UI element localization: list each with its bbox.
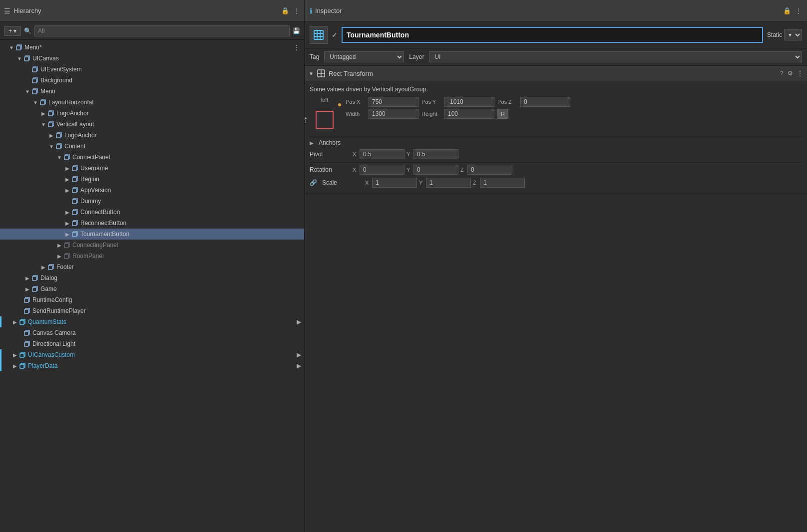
right-arrow-playerdata[interactable]: ▶: [297, 362, 304, 369]
arrow-menu[interactable]: ▼: [8, 45, 15, 50]
blue-bar-playerdata: [0, 360, 1, 371]
arrow-uicanvas[interactable]: ▼: [16, 56, 23, 61]
right-arrow-uicanvascustom[interactable]: ▶: [297, 351, 304, 358]
static-dropdown[interactable]: ▾: [784, 29, 802, 40]
rect-transform-header[interactable]: ▼ Rect Transform ? ⚙ ⋮: [305, 66, 807, 81]
pivot-y-input[interactable]: [413, 149, 458, 159]
arrow-username[interactable]: ▶: [64, 166, 71, 171]
r-button[interactable]: R: [497, 109, 508, 119]
rotation-y-input[interactable]: [413, 165, 458, 175]
rotation-z-input[interactable]: [467, 165, 512, 175]
tree-item-footer[interactable]: ▶ Footer: [0, 262, 304, 272]
gameobject-header: ✓ Static ▾: [305, 22, 807, 48]
right-arrow-quantumstats[interactable]: ▶: [297, 318, 304, 325]
tree-item-sendruntimeplayer[interactable]: SendRuntimePlayer: [0, 305, 304, 316]
rotation-z-label: Z: [460, 167, 466, 173]
tree-item-playerdata[interactable]: ▶ PlayerData▶: [0, 360, 304, 371]
rt-box-container[interactable]: top: [310, 105, 340, 135]
arrow-reconnectbutton[interactable]: ▶: [64, 221, 71, 226]
overflow-icon[interactable]: ⋮: [797, 70, 803, 77]
tree-item-game[interactable]: ▶ Game: [0, 283, 304, 294]
arrow-layouthorizontal[interactable]: ▼: [32, 100, 39, 105]
arrow-content[interactable]: ▼: [48, 144, 55, 149]
arrow-logoanchor2[interactable]: ▶: [48, 133, 55, 138]
gameobject-icon[interactable]: [310, 26, 328, 44]
item-label-tournamentbutton: TournamentButton: [80, 231, 129, 238]
tree-item-directionallight[interactable]: Directional Light: [0, 338, 304, 349]
tree-item-uicanvascustom[interactable]: ▶ UICanvasCustom▶: [0, 349, 304, 360]
save-scene-icon[interactable]: 💾: [293, 27, 300, 34]
tree-item-verticallayout[interactable]: ▼ VerticalLayout: [0, 119, 304, 130]
scale-y-input[interactable]: [426, 178, 471, 188]
svg-rect-9: [56, 145, 60, 149]
arrow-verticallayout[interactable]: ▼: [40, 122, 47, 127]
tree-item-runtimeconfig[interactable]: RuntimeConfig: [0, 294, 304, 305]
arrow-appversion[interactable]: ▶: [64, 188, 71, 193]
tree-item-menu2[interactable]: ▼ Menu: [0, 86, 304, 97]
lock-icon[interactable]: 🔒: [281, 7, 289, 15]
tree-item-uieventsystem[interactable]: UIEventSystem: [0, 64, 304, 75]
three-dots-menu[interactable]: ⋮: [293, 43, 304, 51]
width-input[interactable]: [369, 109, 418, 119]
arrow-region[interactable]: ▶: [64, 177, 71, 182]
arrow-footer[interactable]: ▶: [40, 265, 47, 270]
height-input[interactable]: [444, 109, 494, 119]
tree-item-appversion[interactable]: ▶ AppVersion: [0, 185, 304, 196]
active-checkbox[interactable]: ✓: [332, 31, 338, 39]
arrow-uicanvascustom[interactable]: ▶: [11, 352, 18, 358]
tree-item-dialog[interactable]: ▶ Dialog: [0, 272, 304, 283]
arrow-connectingpanel[interactable]: ▶: [56, 243, 63, 248]
add-button[interactable]: + ▾: [4, 26, 21, 36]
inspector-lock-icon[interactable]: 🔒: [783, 7, 791, 15]
item-label-dialog: Dialog: [40, 274, 57, 281]
search-input[interactable]: [34, 25, 290, 36]
help-icon[interactable]: ?: [780, 70, 784, 77]
pos-x-input[interactable]: [369, 97, 418, 107]
arrow-playerdata[interactable]: ▶: [11, 363, 18, 369]
tree-item-uicanvas[interactable]: ▼ UICanvas: [0, 53, 304, 64]
rt-visual: left top: [310, 97, 340, 135]
arrow-game[interactable]: ▶: [24, 286, 31, 292]
tree-item-quantumstats[interactable]: ▶ QuantumStats▶: [0, 316, 304, 327]
tree-item-layouthorizontal[interactable]: ▼ LayoutHorizontal: [0, 97, 304, 108]
cube-icon-dialog: [31, 274, 39, 282]
tree-item-region[interactable]: ▶ Region: [0, 174, 304, 185]
tree-item-connectpanel[interactable]: ▼ ConnectPanel: [0, 152, 304, 163]
arrow-connectbutton[interactable]: ▶: [64, 210, 71, 215]
arrow-menu2[interactable]: ▼: [24, 89, 31, 94]
tree-item-logoanchor2[interactable]: ▶ LogoAnchor: [0, 130, 304, 141]
hamburger-icon: ☰: [4, 7, 10, 15]
tree-item-roompanel[interactable]: ▶ RoomPanel: [0, 251, 304, 262]
pos-y-input[interactable]: [444, 97, 494, 107]
arrow-logoanchor1[interactable]: ▶: [40, 111, 47, 116]
more-options-icon[interactable]: ⋮: [293, 7, 300, 15]
tree-item-username[interactable]: ▶ Username: [0, 163, 304, 174]
arrow-dialog[interactable]: ▶: [24, 275, 31, 281]
tree-item-reconnectbutton[interactable]: ▶ ReconnectButton: [0, 218, 304, 229]
pivot-x-input[interactable]: [360, 149, 404, 159]
tree-item-connectingpanel[interactable]: ▶ ConnectingPanel: [0, 240, 304, 251]
tree-item-menu[interactable]: ▼ Menu*⋮: [0, 42, 304, 53]
tree-item-content[interactable]: ▼ Content: [0, 141, 304, 152]
rotation-x-input[interactable]: [360, 165, 404, 175]
svg-rect-3: [32, 79, 36, 83]
tree-item-tournamentbutton[interactable]: ▶ TournamentButton: [0, 229, 304, 240]
cube-icon-playerdata: [18, 362, 26, 370]
tree-item-logoanchor1[interactable]: ▶ LogoAnchor: [0, 108, 304, 119]
arrow-roompanel[interactable]: ▶: [56, 254, 63, 259]
settings-icon[interactable]: ⚙: [788, 70, 793, 77]
tree-item-canvascamera[interactable]: Canvas Camera: [0, 327, 304, 338]
arrow-quantumstats[interactable]: ▶: [11, 319, 18, 325]
arrow-connectpanel[interactable]: ▼: [56, 155, 63, 160]
tree-item-dummy[interactable]: Dummy: [0, 196, 304, 207]
scale-x-input[interactable]: [372, 178, 417, 188]
gameobject-name-input[interactable]: [342, 27, 763, 43]
tree-item-background[interactable]: Background: [0, 75, 304, 86]
tree-item-connectbutton[interactable]: ▶ ConnectButton: [0, 207, 304, 218]
layer-dropdown[interactable]: UI: [429, 51, 802, 62]
arrow-tournamentbutton[interactable]: ▶: [64, 232, 71, 237]
tag-dropdown[interactable]: Untagged: [324, 51, 404, 62]
scale-z-input[interactable]: [480, 178, 525, 188]
pos-z-input[interactable]: [520, 97, 570, 107]
inspector-more-icon[interactable]: ⋮: [795, 7, 802, 15]
